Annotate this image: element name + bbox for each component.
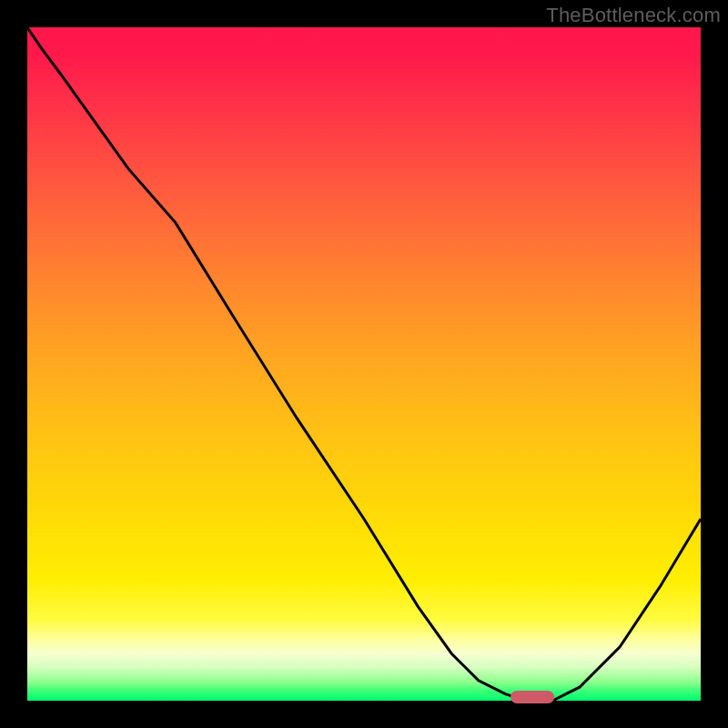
chart-frame: TheBottleneck.com (0, 0, 728, 728)
curve-path (27, 27, 701, 701)
watermark-text: TheBottleneck.com (546, 4, 721, 27)
plot-area (27, 27, 701, 701)
optimal-point-marker (511, 691, 554, 703)
bottleneck-curve (27, 27, 701, 701)
